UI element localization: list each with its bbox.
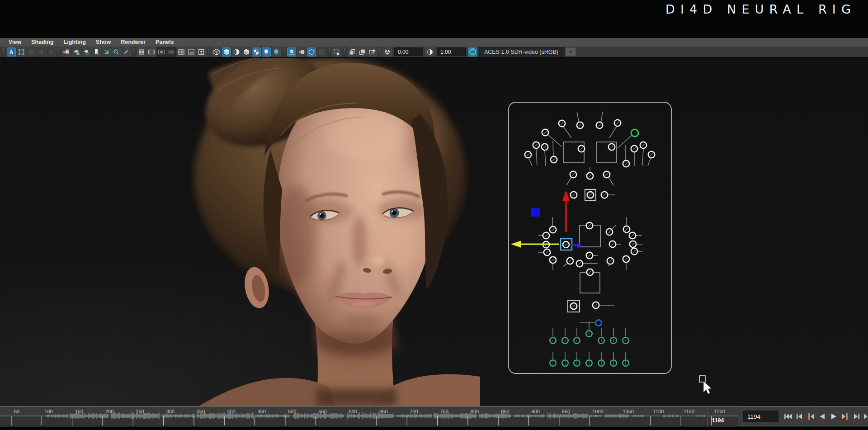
film-gate-button[interactable] bbox=[147, 47, 156, 57]
sphere-half-icon bbox=[233, 48, 240, 56]
screen-space-ao-button[interactable] bbox=[287, 47, 296, 57]
top-title-bar: DI4D NEURAL RIG bbox=[0, 0, 868, 38]
step-back-one-frame-button[interactable] bbox=[806, 410, 816, 423]
field-chart-button[interactable] bbox=[177, 47, 186, 57]
color-management-toggle[interactable]: ON bbox=[468, 47, 477, 57]
next-keyframe-button[interactable] bbox=[851, 410, 862, 423]
gamma-input[interactable] bbox=[437, 47, 466, 56]
menu-lighting[interactable]: Lighting bbox=[59, 38, 91, 47]
exposure-input[interactable] bbox=[394, 47, 423, 56]
ruler-tick-label: 450 bbox=[258, 409, 266, 414]
2d-pan-zoom-button[interactable] bbox=[122, 47, 131, 57]
step-forward-one-frame-button[interactable] bbox=[840, 410, 850, 423]
ruler-tick-label: 600 bbox=[349, 409, 357, 414]
ruler-tick-label: 200 bbox=[105, 409, 113, 414]
ruler-tick-label: 150 bbox=[75, 409, 83, 414]
annotate-button[interactable]: A bbox=[7, 47, 16, 57]
playhead[interactable] bbox=[707, 407, 708, 426]
ao-ground-icon bbox=[288, 48, 295, 56]
gamma-toggle-button[interactable] bbox=[425, 47, 434, 57]
safe-title-button[interactable]: T bbox=[197, 47, 206, 57]
wireframe-button[interactable] bbox=[212, 47, 221, 57]
menu-view[interactable]: View bbox=[4, 38, 26, 47]
gizmo-z-axis-handle[interactable] bbox=[576, 243, 581, 248]
iso-front-icon bbox=[349, 48, 356, 56]
motion-sphere-icon bbox=[298, 48, 305, 56]
ruler-tick-label: 500 bbox=[288, 409, 296, 414]
menu-show[interactable]: Show bbox=[91, 38, 116, 47]
bottom-strip bbox=[0, 427, 868, 430]
timeline-ruler[interactable]: 5010015020025030035040045050055060065070… bbox=[0, 407, 738, 426]
menu-panels[interactable]: Panels bbox=[151, 38, 179, 47]
textured-button[interactable] bbox=[242, 47, 251, 57]
menu-renderer[interactable]: Renderer bbox=[116, 38, 151, 47]
toolbar-separator bbox=[133, 48, 134, 56]
safe-action-button[interactable] bbox=[187, 47, 196, 57]
ruler-tick-label: 1200 bbox=[714, 409, 725, 414]
multisample-aa-button[interactable] bbox=[307, 47, 316, 57]
image-plane-button[interactable] bbox=[102, 47, 111, 57]
view-transform-dropdown[interactable]: ACES 1.0 SDR-video (sRGB) bbox=[479, 47, 565, 57]
isolate-add-button[interactable] bbox=[358, 47, 367, 57]
grid-icon bbox=[138, 48, 145, 56]
use-all-lights-button[interactable] bbox=[252, 47, 261, 57]
current-frame-field[interactable] bbox=[743, 411, 778, 422]
t-box-icon: T bbox=[198, 48, 205, 56]
shadows-button[interactable] bbox=[272, 47, 281, 57]
wireframe-on-shaded-button[interactable] bbox=[232, 47, 241, 57]
lock-camera-button[interactable] bbox=[72, 47, 81, 57]
resolution-gate-button[interactable] bbox=[157, 47, 166, 57]
exposure-toggle-button[interactable] bbox=[383, 47, 392, 57]
t-stepback-icon bbox=[807, 413, 816, 420]
toolbar-separator bbox=[379, 48, 380, 56]
rig-slider-track bbox=[566, 178, 571, 185]
clipped-edge-button[interactable] bbox=[862, 410, 868, 423]
rig-blue-slider-knob[interactable] bbox=[596, 320, 602, 326]
app-title: DI4D NEURAL RIG bbox=[665, 2, 856, 16]
rig-slider-track bbox=[529, 158, 532, 166]
gizmo-plane-handle[interactable] bbox=[531, 208, 540, 217]
toolbar-separator bbox=[283, 48, 284, 56]
cube-tex-icon bbox=[243, 48, 250, 56]
previous-keyframe-button[interactable] bbox=[794, 410, 805, 423]
object-selection-button[interactable] bbox=[332, 47, 341, 57]
depth-of-field-button[interactable] bbox=[317, 47, 326, 57]
select-camera-button[interactable] bbox=[62, 47, 71, 57]
shaded-display-button[interactable] bbox=[222, 47, 231, 57]
viewport[interactable] bbox=[0, 58, 868, 406]
viewport-snapshot-button[interactable] bbox=[47, 47, 56, 57]
ruler-tick-label: 1000 bbox=[592, 409, 603, 414]
heads-up-display-button[interactable] bbox=[37, 47, 46, 57]
play-backwards-button[interactable] bbox=[817, 410, 828, 423]
gizmo-y-axis-arrowhead[interactable] bbox=[562, 190, 570, 201]
gizmo-x-axis-arrowhead[interactable] bbox=[511, 241, 521, 248]
play-forwards-button[interactable] bbox=[828, 410, 839, 423]
dropdown-arrow-icon[interactable]: ▼ bbox=[565, 47, 576, 56]
select-highlight-button[interactable] bbox=[17, 47, 26, 57]
grid-toggle-button[interactable] bbox=[137, 47, 146, 57]
ruler-tick-label: 50 bbox=[14, 409, 19, 414]
default-lighting-button[interactable] bbox=[262, 47, 271, 57]
isolate-select-button[interactable] bbox=[348, 47, 357, 57]
rig-slider-track bbox=[648, 158, 651, 166]
pan-zoom-button[interactable] bbox=[112, 47, 121, 57]
camera-attributes-button[interactable] bbox=[82, 47, 91, 57]
ruler-tick-label: 300 bbox=[166, 409, 175, 414]
toolbar-separator bbox=[344, 48, 345, 56]
gate-mask-button[interactable] bbox=[167, 47, 176, 57]
image-output-button[interactable] bbox=[368, 47, 377, 57]
transport-controls bbox=[783, 410, 868, 423]
grease-pencil-button[interactable] bbox=[27, 47, 36, 57]
menu-shading[interactable]: Shading bbox=[26, 38, 58, 47]
go-to-start-button[interactable] bbox=[783, 410, 794, 423]
motion-blur-button[interactable] bbox=[297, 47, 306, 57]
timeline-controls bbox=[738, 407, 868, 426]
bookmark-icon bbox=[93, 48, 100, 56]
on-badge-icon: ON bbox=[469, 48, 476, 55]
playhead-frame-label: 1194 bbox=[712, 417, 724, 424]
rig-highlighted-control[interactable] bbox=[631, 129, 638, 137]
t-start-icon bbox=[784, 413, 793, 420]
dim-pie-icon bbox=[38, 48, 45, 56]
bulb-icon bbox=[263, 48, 270, 56]
bookmark-button[interactable] bbox=[92, 47, 101, 57]
